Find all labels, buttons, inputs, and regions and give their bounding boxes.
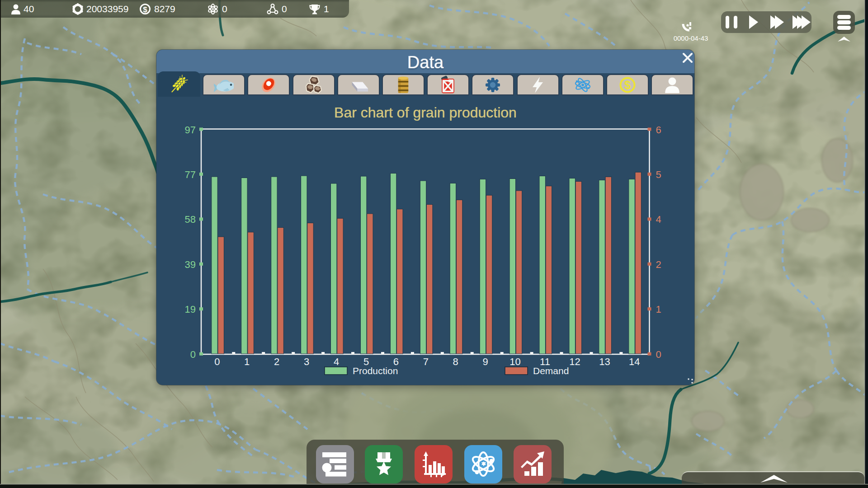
svg-text:8: 8 [453, 356, 458, 367]
svg-text:0: 0 [656, 349, 661, 360]
svg-text:$: $ [624, 78, 631, 92]
svg-text:1: 1 [656, 304, 661, 315]
svg-text:3: 3 [304, 356, 309, 367]
svg-text:4: 4 [334, 356, 339, 367]
svg-text:39: 39 [185, 259, 196, 270]
svg-text:19: 19 [185, 304, 196, 315]
svg-text:58: 58 [185, 214, 196, 225]
svg-text:77: 77 [185, 169, 196, 180]
svg-text:10: 10 [509, 356, 520, 367]
svg-text:14: 14 [629, 356, 640, 367]
svg-text:Production: Production [353, 366, 398, 375]
svg-text:9: 9 [483, 356, 488, 367]
svg-text:2: 2 [274, 356, 279, 367]
svg-text:12: 12 [569, 356, 580, 367]
svg-text:Demand: Demand [533, 366, 569, 375]
svg-text:97: 97 [185, 124, 196, 136]
svg-text:5: 5 [656, 169, 661, 180]
svg-text:13: 13 [599, 356, 610, 367]
svg-text:7: 7 [423, 356, 429, 367]
svg-text:4: 4 [656, 214, 661, 225]
svg-text:2: 2 [656, 259, 661, 270]
svg-text:0: 0 [214, 356, 220, 367]
svg-text:6: 6 [656, 124, 661, 136]
svg-text:$: $ [143, 5, 147, 14]
svg-text:0: 0 [190, 349, 196, 360]
svg-text:1: 1 [244, 356, 250, 367]
